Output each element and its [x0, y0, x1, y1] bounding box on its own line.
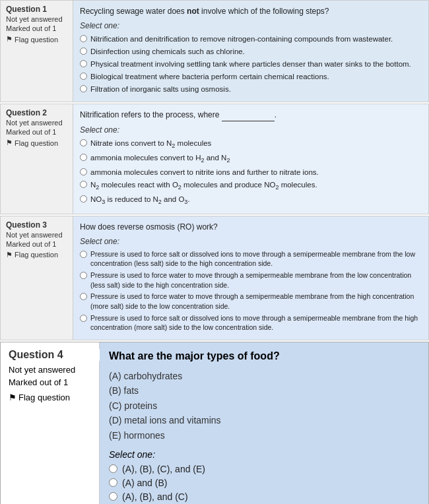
q2-content: Nitrification refers to the process, whe…: [73, 104, 428, 213]
q1-radio-3[interactable]: [80, 60, 87, 67]
q2-radio-3[interactable]: [80, 168, 87, 175]
flag-icon: ⚑: [6, 251, 13, 259]
q3-radio-4[interactable]: [80, 315, 87, 322]
q3-title: Question 3: [6, 220, 67, 230]
question-4-block: Question 4 Not yet answered Marked out o…: [0, 342, 429, 504]
q1-radio-2[interactable]: [80, 47, 87, 55]
q1-option-3[interactable]: Physical treatment involving settling ta…: [80, 59, 422, 69]
q2-option-4[interactable]: N2 molecules react with O2 molecules and…: [80, 179, 422, 192]
q1-option-2[interactable]: Disinfection using chemicals such as chl…: [80, 46, 422, 57]
q4-option-2[interactable]: (A) and (B): [109, 478, 419, 488]
q3-option-1[interactable]: Pressure is used to force salt or dissol…: [80, 249, 422, 268]
q2-marked: Marked out of 1: [6, 128, 67, 136]
q1-radio-5[interactable]: [80, 85, 87, 92]
q3-content: How does reverse osmosis (RO) work? Sele…: [73, 216, 428, 340]
q4-question-text: What are the major types of food? (A) ca…: [109, 350, 419, 504]
q4-answer-e: (E) hormones: [109, 428, 419, 443]
q2-status: Not yet answered: [6, 119, 67, 127]
q2-sidebar: Question 2 Not yet answered Marked out o…: [1, 104, 73, 213]
q2-flag[interactable]: ⚑ Flag question: [6, 139, 67, 147]
q4-flag[interactable]: ⚑ Flag question: [9, 393, 91, 402]
q1-options: Nitrification and denitrification to rem…: [80, 34, 422, 94]
question-2-block: Question 2 Not yet answered Marked out o…: [0, 104, 429, 214]
question-1-block: Question 1 Not yet answered Marked out o…: [0, 0, 429, 102]
q4-options: (A), (B), (C), and (E) (A) and (B) (A), …: [109, 464, 419, 504]
question-3-block: Question 3 Not yet answered Marked out o…: [0, 216, 429, 340]
q3-options: Pressure is used to force salt or dissol…: [80, 249, 422, 333]
q4-sidebar: Question 4 Not yet answered Marked out o…: [1, 342, 100, 504]
q1-option-1[interactable]: Nitrification and denitrification to rem…: [80, 34, 422, 44]
q4-content: What are the major types of food? (A) ca…: [100, 342, 428, 504]
q1-option-5[interactable]: Filtration of inorganic salts using osmo…: [80, 84, 422, 94]
q4-radio-1[interactable]: [109, 464, 117, 473]
q2-option-3[interactable]: ammonia molecules convert to nitrite ion…: [80, 167, 422, 177]
q3-text: How does reverse osmosis (RO) work?: [80, 222, 422, 233]
q4-option-1[interactable]: (A), (B), (C), and (E): [109, 464, 419, 474]
q1-title: Question 1: [6, 5, 67, 14]
q2-options: Nitrate ions convert to N2 molecules amm…: [80, 138, 422, 206]
q4-answer-b: (B) fats: [109, 383, 419, 398]
q4-option-3[interactable]: (A), (B), and (C): [109, 491, 419, 502]
q3-sidebar: Question 3 Not yet answered Marked out o…: [1, 216, 73, 340]
q1-radio-4[interactable]: [80, 73, 87, 80]
q1-content: Recycling sewage water does not involve …: [73, 1, 428, 102]
q3-option-4[interactable]: Pressure is used to force salt or dissol…: [80, 313, 422, 332]
q3-option-3[interactable]: Pressure is used to force water to move …: [80, 292, 422, 311]
q3-option-2[interactable]: Pressure is used to force water to move …: [80, 270, 422, 290]
q4-answer-list: (A) carbohydrates (B) fats (C) proteins …: [109, 369, 419, 443]
q1-status: Not yet answered: [6, 15, 67, 23]
q3-select-label: Select one:: [80, 237, 422, 246]
q1-sidebar: Question 1 Not yet answered Marked out o…: [1, 1, 73, 102]
q3-marked: Marked out of 1: [6, 240, 67, 248]
q2-select-label: Select one:: [80, 125, 422, 135]
q2-radio-1[interactable]: [80, 139, 87, 146]
q2-option-2[interactable]: ammonia molecules convert to H2 and N2: [80, 152, 422, 165]
q4-select-label: Select one:: [109, 449, 419, 460]
q4-answer-d: (D) metal ions and vitamins: [109, 413, 419, 427]
q2-radio-2[interactable]: [80, 154, 87, 161]
q4-status: Not yet answered: [9, 365, 91, 375]
q2-title: Question 2: [6, 108, 67, 117]
q3-radio-2[interactable]: [80, 272, 87, 279]
q2-option-5[interactable]: NO3 is reduced to N2 and O3.: [80, 194, 422, 206]
q2-radio-5[interactable]: [80, 195, 87, 203]
q3-radio-1[interactable]: [80, 251, 87, 258]
q4-title: Question 4: [9, 349, 108, 361]
flag-icon: ⚑: [6, 35, 13, 44]
q1-marked: Marked out of 1: [6, 24, 67, 32]
q2-option-1[interactable]: Nitrate ions convert to N2 molecules: [80, 138, 422, 150]
flag-icon: ⚑: [9, 393, 16, 402]
q4-main-question: What are the major types of food?: [109, 350, 419, 362]
q1-select-label: Select one:: [80, 21, 422, 30]
q1-radio-1[interactable]: [80, 35, 87, 42]
q4-marked: Marked out of 1: [9, 377, 91, 387]
q3-status: Not yet answered: [6, 231, 67, 239]
q4-radio-3[interactable]: [109, 492, 117, 501]
q2-text: Nitrification refers to the process, whe…: [80, 110, 422, 121]
q1-flag[interactable]: ⚑ Flag question: [6, 35, 67, 44]
q3-flag[interactable]: ⚑ Flag question: [6, 251, 67, 259]
q4-answer-a: (A) carbohydrates: [109, 369, 419, 383]
q1-text: Recycling sewage water does not involve …: [80, 6, 422, 17]
q3-radio-3[interactable]: [80, 293, 87, 300]
q4-answer-c: (C) proteins: [109, 398, 419, 413]
q2-radio-4[interactable]: [80, 181, 87, 188]
flag-icon: ⚑: [6, 139, 13, 147]
q1-option-4[interactable]: Biological treatment where bacteria perf…: [80, 71, 422, 82]
q4-radio-2[interactable]: [109, 478, 117, 487]
